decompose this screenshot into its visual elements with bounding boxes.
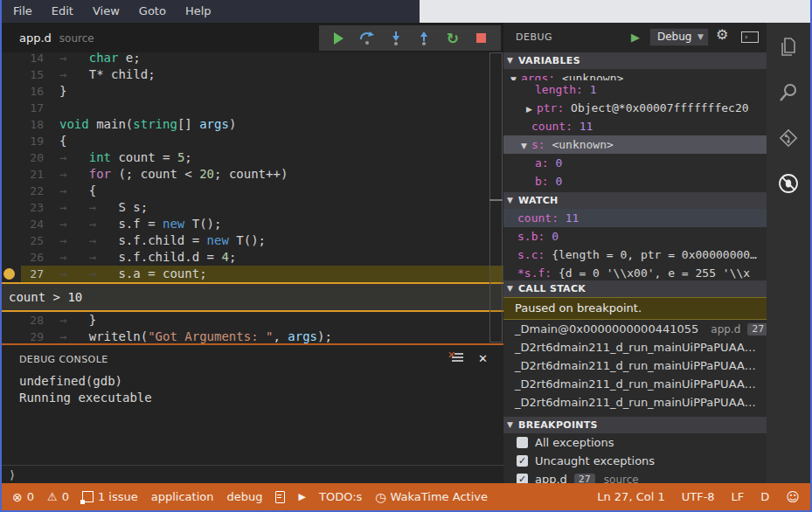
code-editor[interactable]: 14→ char e;15→ T* child;16}1718void main…: [2, 52, 503, 343]
code-line[interactable]: 24→ → s.f = new T();: [2, 216, 503, 232]
menu-edit[interactable]: Edit: [42, 0, 83, 23]
breakpoint-margin[interactable]: [2, 183, 21, 199]
statusbar-warnings[interactable]: ⚠0: [47, 490, 69, 503]
statusbar-encoding[interactable]: UTF-8: [682, 490, 715, 503]
checkbox[interactable]: ✓: [517, 474, 528, 483]
chevron-down-icon[interactable]: ▼: [521, 142, 527, 150]
clear-console-icon[interactable]: ✕: [448, 351, 463, 363]
breakpoint-margin[interactable]: [2, 52, 21, 66]
console-input[interactable]: ⟩: [2, 465, 503, 483]
stack-frame-row[interactable]: _Dmain@0x0000000000441055app.d27: [503, 320, 767, 338]
breakpoint-margin[interactable]: [2, 266, 21, 282]
stack-frame-row[interactable]: _D2rt6dmain211_d_run_mainUiPPaPUAA…: [503, 356, 767, 375]
stack-frame-row[interactable]: _D2rt6dmain211_d_run_mainUiPPaPUAA…: [503, 375, 767, 393]
statusbar-eol[interactable]: LF: [732, 490, 745, 503]
code-line[interactable]: 16}: [2, 83, 503, 100]
code-line[interactable]: 22→ {: [2, 183, 503, 199]
code-line[interactable]: 21→ for (; count < 20; count++): [2, 166, 503, 183]
statusbar-feedback[interactable]: ☺: [786, 489, 800, 505]
watch-row[interactable]: s.b: 0: [503, 227, 767, 246]
code-line[interactable]: 19{: [2, 133, 503, 149]
breakpoint-margin[interactable]: [2, 83, 21, 100]
debug-config-dropdown[interactable]: Debug▼: [649, 28, 709, 46]
breakpoint-margin[interactable]: [2, 149, 21, 166]
breakpoint-margin[interactable]: [2, 133, 21, 149]
breakpoint-margin[interactable]: [2, 216, 21, 232]
breakpoint-row[interactable]: ✓app.d27source: [503, 470, 767, 483]
activitybar-files-icon[interactable]: [767, 26, 810, 68]
statusbar-language-mode[interactable]: D: [760, 490, 769, 503]
checkbox[interactable]: ✓: [517, 455, 528, 467]
code-line[interactable]: 18void main(string[] args): [2, 116, 503, 133]
watch-row[interactable]: count: 11: [503, 209, 767, 227]
variable-row[interactable]: a: 0: [503, 154, 767, 172]
variables-section-header[interactable]: ▼VARIABLES: [503, 52, 767, 69]
activitybar-git-icon[interactable]: [767, 117, 810, 159]
restart-button[interactable]: ↻: [443, 27, 462, 50]
scrollbar-thumb[interactable]: [489, 52, 503, 342]
variable-row[interactable]: ▼args: <unknown>: [503, 69, 767, 80]
close-icon[interactable]: ✕: [478, 352, 488, 365]
statusbar-errors[interactable]: ⊗0: [12, 490, 34, 504]
breakpoint-margin[interactable]: [2, 100, 21, 116]
code-line[interactable]: 17: [2, 100, 503, 116]
breakpoints-section-header[interactable]: ▼BREAKPOINTS: [503, 417, 767, 433]
step-into-button[interactable]: [386, 27, 406, 50]
code-line[interactable]: 29→ writeln("Got Arguments: ", args);: [2, 329, 503, 343]
statusbar-todos[interactable]: TODO:s: [319, 490, 362, 503]
activitybar-search-icon[interactable]: [767, 72, 810, 114]
breakpoint-row[interactable]: ✓Uncaught exceptions: [503, 452, 767, 470]
statusbar-run-task[interactable]: ▶: [298, 491, 305, 502]
statusbar-cursor-position[interactable]: Ln 27, Col 1: [597, 490, 664, 503]
menu-view[interactable]: View: [83, 0, 129, 23]
callstack-section-header[interactable]: ▼CALL STACK: [503, 280, 767, 297]
breakpoint-margin[interactable]: [2, 166, 21, 183]
menu-help[interactable]: Help: [176, 0, 221, 23]
checkbox[interactable]: [517, 437, 528, 448]
step-out-button[interactable]: [414, 27, 434, 50]
variable-row[interactable]: ▶ptr: Object@*0x00007fffffffec20: [503, 99, 767, 117]
menu-goto[interactable]: Goto: [129, 0, 176, 23]
tab-appd[interactable]: app.dsource: [19, 23, 94, 53]
code-line[interactable]: 20→ int count = 5;: [2, 149, 503, 166]
gear-icon[interactable]: ⚙: [716, 26, 728, 43]
variable-row[interactable]: b: 0: [503, 172, 767, 190]
editor-scrollbar[interactable]: [489, 52, 503, 343]
code-line[interactable]: 23→ → S s;: [2, 199, 503, 216]
code-line[interactable]: 27→ → s.a = count;: [2, 266, 503, 282]
open-console-icon[interactable]: ›: [741, 31, 759, 43]
breakpoint-margin[interactable]: [2, 249, 21, 266]
variable-row[interactable]: ▼s: <unknown>: [503, 135, 767, 154]
watch-row[interactable]: s.c: {length = 0, ptr = 0x00000000…: [503, 246, 767, 264]
continue-button[interactable]: [329, 27, 348, 50]
breakpoint-margin[interactable]: [2, 329, 21, 343]
code-line[interactable]: 14→ char e;: [2, 52, 503, 66]
breakpoint-margin[interactable]: [2, 199, 21, 216]
stack-frame-row[interactable]: _D2rt6dmain211_d_run_mainUiPPaPUAA…: [503, 338, 767, 356]
watch-row[interactable]: *s.f: {d = 0 '\\x00', e = 255 '\\x: [503, 264, 767, 280]
breakpoint-row[interactable]: All exceptions: [503, 433, 767, 452]
stack-frame-row[interactable]: _D2rt6dmain211_d_run_mainUiPPaPUAA…: [503, 393, 767, 412]
code-line[interactable]: 26→ → s.f.child.d = 4;: [2, 249, 503, 266]
breakpoint-margin[interactable]: [2, 232, 21, 249]
statusbar-file-info[interactable]: [275, 491, 285, 503]
watch-section-header[interactable]: ▼WATCH: [503, 192, 767, 209]
code-line[interactable]: 25→ → s.f.child = new T();: [2, 232, 503, 249]
code-line[interactable]: 15→ T* child;: [2, 66, 503, 83]
breakpoint-margin[interactable]: [2, 312, 21, 329]
chevron-down-icon[interactable]: ▼: [510, 75, 517, 80]
variable-row[interactable]: length: 1: [503, 80, 767, 99]
statusbar-wakatime[interactable]: ◷WakaTime Active: [375, 490, 488, 504]
statusbar-task-application[interactable]: application: [151, 490, 214, 503]
step-over-button[interactable]: [357, 27, 377, 50]
breakpoint-margin[interactable]: [2, 116, 21, 133]
statusbar-issues[interactable]: 1 issue: [82, 490, 138, 503]
menu-file[interactable]: File: [3, 0, 42, 23]
code-line[interactable]: 28→ }: [2, 312, 503, 329]
start-debug-button[interactable]: ▶: [631, 23, 640, 52]
breakpoint-condition-editor[interactable]: count > 10: [2, 282, 503, 312]
chevron-right-icon[interactable]: ▶: [526, 105, 532, 114]
breakpoint-margin[interactable]: [2, 66, 21, 83]
statusbar-task-debug[interactable]: debug: [226, 490, 262, 503]
stop-button[interactable]: [472, 27, 491, 50]
